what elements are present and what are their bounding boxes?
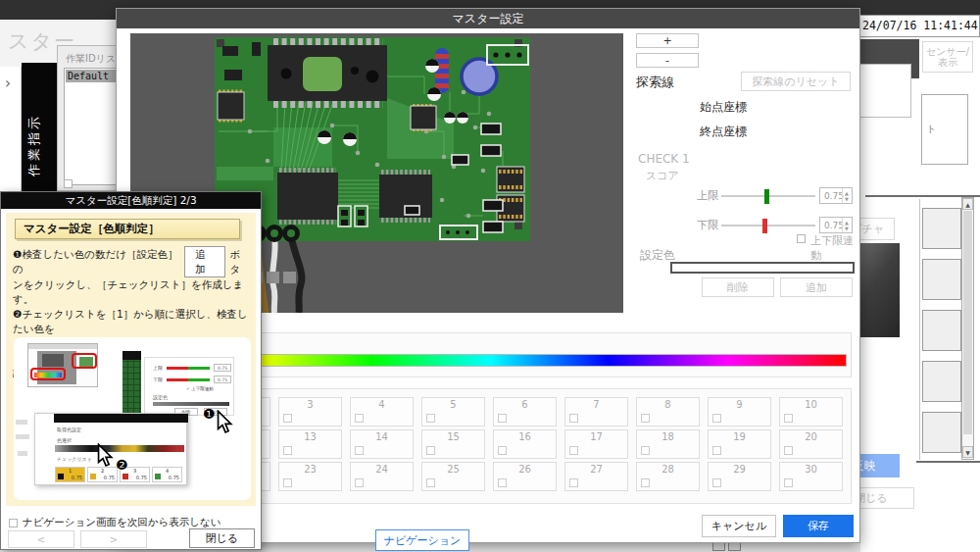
scroll-down-icon[interactable]: ▼	[962, 446, 973, 458]
checkbox[interactable]	[498, 446, 507, 455]
checkbox[interactable]	[641, 414, 650, 423]
cancel-button[interactable]: キャンセル	[702, 515, 776, 537]
checklist-cell[interactable]: 10	[779, 397, 843, 427]
checklist-cell[interactable]: 9	[708, 397, 771, 427]
tile-item[interactable]	[922, 259, 961, 300]
checkbox[interactable]	[498, 478, 507, 487]
lower-slider-thumb[interactable]	[762, 219, 767, 233]
prev-page-button[interactable]: <	[8, 530, 74, 548]
checklist-cell-number: 3	[279, 399, 341, 410]
checkbox[interactable]	[712, 414, 721, 423]
mini-color-select-label: 色選択	[57, 437, 72, 443]
checklist-cell[interactable]: 5	[421, 397, 485, 427]
delete-button[interactable]: 削除	[702, 277, 774, 297]
set-color-field[interactable]	[670, 262, 855, 274]
mini-upper-label: 上限	[153, 365, 163, 371]
dialog-title-bar[interactable]: マスター設定[色順判定] 2/3	[1, 192, 261, 209]
checklist-cell[interactable]: 18	[636, 429, 700, 459]
checklist-cell[interactable]: 14	[350, 429, 414, 459]
tile-item[interactable]	[922, 412, 961, 453]
search-line-reset-button[interactable]: 探索線のリセット	[741, 72, 851, 91]
checkbox[interactable]	[64, 179, 73, 188]
checklist-cell-number: 4	[351, 399, 413, 410]
checkbox[interactable]	[569, 414, 578, 423]
spin-down-icon[interactable]: ▼	[845, 226, 849, 231]
checkbox[interactable]	[784, 414, 793, 423]
checklist-cell[interactable]: 15	[421, 429, 485, 459]
checkbox[interactable]	[498, 414, 507, 423]
checklist-cell[interactable]: 13	[278, 429, 342, 459]
zoom-in-button[interactable]: +	[636, 33, 699, 48]
checkbox[interactable]	[712, 446, 721, 455]
checklist-cell[interactable]: 24	[350, 462, 414, 491]
save-button[interactable]: 保存	[783, 515, 854, 537]
checklist-cell-number: 13	[279, 431, 341, 442]
link-limits-checkbox[interactable]	[797, 234, 806, 243]
checkbox[interactable]	[355, 478, 364, 487]
tile-item[interactable]	[922, 208, 961, 249]
checklist-cell[interactable]: 27	[564, 462, 628, 491]
checklist-cell[interactable]: 19	[708, 429, 771, 459]
checklist-cell-number: 8	[637, 399, 699, 410]
checkbox[interactable]	[355, 446, 364, 455]
checklist-cell-number: 24	[351, 464, 413, 475]
checklist-cell[interactable]: 25	[421, 462, 485, 491]
checkbox[interactable]	[641, 478, 650, 487]
mini-cell-value: 0.75	[169, 475, 179, 480]
checkbox[interactable]	[569, 478, 578, 487]
checkbox[interactable]	[784, 446, 793, 455]
checklist-cell-number: 29	[709, 464, 770, 475]
checklist-cell[interactable]: 7	[564, 397, 628, 427]
checklist-cell[interactable]: 3	[278, 397, 342, 427]
checkbox[interactable]	[784, 478, 793, 487]
window-fragment-panel: ト	[921, 94, 968, 165]
checkbox[interactable]	[283, 478, 292, 487]
checklist-cell-number: 19	[709, 431, 770, 442]
checkbox[interactable]	[569, 446, 578, 455]
checkbox[interactable]	[283, 414, 292, 423]
add-button[interactable]: 追加	[780, 277, 853, 297]
checkbox[interactable]	[283, 446, 292, 455]
dialog-title-bar[interactable]: マスター設定	[117, 9, 859, 28]
checkbox[interactable]	[641, 446, 650, 455]
lower-slider-track[interactable]	[721, 225, 815, 226]
mini-cell-swatch	[90, 474, 96, 479]
checklist-cell[interactable]: 29	[708, 462, 771, 491]
checklist-cell[interactable]: 8	[636, 397, 700, 427]
checklist-cell[interactable]: 30	[779, 462, 843, 491]
checklist-cell[interactable]: 17	[564, 429, 628, 459]
tile-item[interactable]	[922, 310, 961, 351]
hide-navigation-checkbox[interactable]	[9, 519, 18, 527]
next-page-button[interactable]: >	[80, 530, 147, 548]
lower-limit-spinner[interactable]: 0.75 ▲▼	[819, 217, 853, 233]
navigation-button[interactable]: ナビゲーション	[375, 529, 469, 551]
checkbox[interactable]	[426, 414, 435, 423]
checklist-cell-number: 7	[565, 399, 627, 410]
mini-slider	[167, 367, 210, 370]
checklist-cell[interactable]: 23	[278, 462, 342, 491]
chevron-right-icon[interactable]: ›	[5, 75, 11, 92]
close-button[interactable]: 閉じる	[189, 528, 255, 548]
tile-item[interactable]	[922, 361, 961, 402]
checklist-cell[interactable]: 4	[350, 397, 414, 427]
checklist-cell[interactable]: 28	[636, 462, 700, 491]
checklist-cell[interactable]: 6	[493, 397, 557, 427]
checkbox[interactable]	[355, 414, 364, 423]
checkbox[interactable]	[712, 478, 721, 487]
scroll-up-icon[interactable]: ▲	[962, 198, 973, 210]
fragment-text: ト	[926, 123, 936, 136]
checklist-cell[interactable]: 20	[779, 429, 843, 459]
end-coord-label: 終点座標	[700, 124, 747, 140]
scrollbar-thumb[interactable]	[963, 211, 972, 434]
mini-color-field	[153, 402, 229, 406]
checkbox[interactable]	[426, 446, 435, 455]
scrollbar[interactable]: ▲ ▼	[961, 197, 974, 460]
checkbox[interactable]	[426, 478, 435, 487]
upper-slider-thumb[interactable]	[764, 189, 769, 204]
upper-limit-spinner[interactable]: 0.75 ▲▼	[819, 187, 853, 204]
zoom-out-button[interactable]: -	[636, 53, 699, 68]
spin-down-icon[interactable]: ▼	[845, 196, 849, 202]
checklist-cell[interactable]: 16	[493, 429, 557, 459]
checklist-cell[interactable]: 26	[493, 462, 557, 491]
sensor-display-button[interactable]: センサー/ 表示	[922, 41, 973, 73]
